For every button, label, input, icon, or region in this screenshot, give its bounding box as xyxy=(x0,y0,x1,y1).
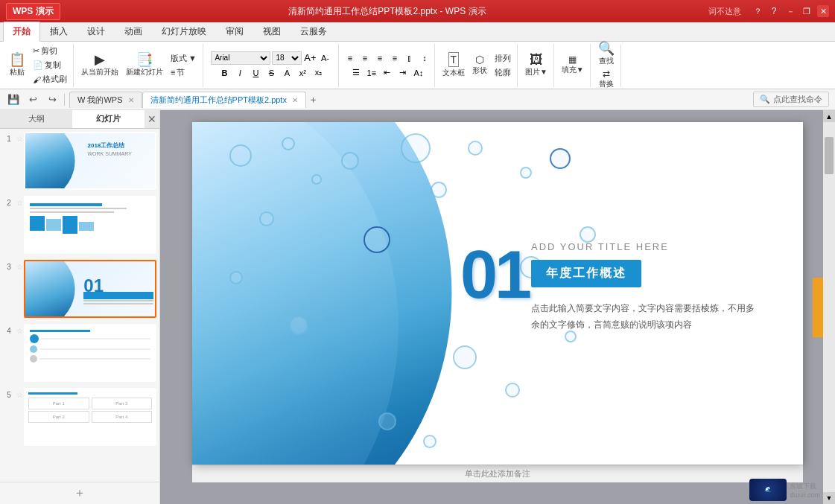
layout-button[interactable]: 版式 ▼ xyxy=(168,52,200,65)
slide-thumb-3[interactable]: 01 xyxy=(24,260,156,318)
tab-close-icon[interactable]: ✕ xyxy=(128,96,134,104)
paste-button[interactable]: 📋 粘贴 xyxy=(6,51,28,79)
scroll-up-button[interactable]: ▲ xyxy=(823,110,835,122)
restore-button[interactable]: ❐ xyxy=(801,5,813,17)
slide-description[interactable]: 点击此输入简要文字内容，文字内容需要括棱炼，不用多余的文字修饰，言简意赅的说明该… xyxy=(531,301,762,333)
align-row2: ☰ 1≡ ⇤ ⇥ A↕ xyxy=(349,66,425,80)
font-size-select[interactable]: 18 24 36 xyxy=(272,51,302,65)
replace-label: 替换 xyxy=(599,79,614,89)
indent-increase-button[interactable]: ⇥ xyxy=(396,66,410,80)
superscript-button[interactable]: x² xyxy=(296,66,309,80)
slide-thumb-2[interactable] xyxy=(24,196,156,254)
save-button[interactable]: 💾 xyxy=(6,92,21,107)
slide-star-2: ☆ xyxy=(15,196,24,207)
align-center-button[interactable]: ≡ xyxy=(358,51,372,65)
subscript-button[interactable]: x₂ xyxy=(311,66,325,80)
tab-start[interactable]: 开始 xyxy=(3,22,40,42)
paste-icon: 📋 xyxy=(9,53,25,66)
start-slideshow-button[interactable]: ▶ 从当前开始 xyxy=(78,51,121,79)
tab-design[interactable]: 设计 xyxy=(77,22,115,41)
replace-icon: ⇄ xyxy=(603,69,610,78)
slide-footer[interactable]: 单击此处添加备注 xyxy=(192,465,803,482)
outline-button[interactable]: 轮廓 xyxy=(492,66,514,79)
find-command-button[interactable]: 🔍 点此查找命令 xyxy=(753,92,829,107)
slide-item-2[interactable]: 2 ☆ xyxy=(3,196,156,254)
numbering-button[interactable]: 1≡ xyxy=(365,66,378,80)
slide-item-4[interactable]: 4 ☆ xyxy=(3,324,156,382)
tab-review[interactable]: 审阅 xyxy=(216,22,253,41)
italic-button[interactable]: I xyxy=(233,66,247,80)
picture-button[interactable]: 🖼 图片▼ xyxy=(522,51,550,79)
tab-animation[interactable]: 动画 xyxy=(115,22,152,41)
tab-close-doc-icon[interactable]: ✕ xyxy=(292,96,298,104)
bold-button[interactable]: B xyxy=(218,66,231,80)
slide-title-small[interactable]: ADD YOUR TITLE HERE xyxy=(531,241,669,252)
from-start-label: 从当前开始 xyxy=(81,67,118,77)
tab-view[interactable]: 视图 xyxy=(253,22,290,41)
bubble-15 xyxy=(505,383,520,398)
underline-button[interactable]: U xyxy=(249,66,262,80)
align-justify-button[interactable]: ≡ xyxy=(388,51,401,65)
panel-tab-slides[interactable]: 幻灯片 xyxy=(72,110,145,128)
tab-insert[interactable]: 插入 xyxy=(40,22,77,41)
slide-num-3: 3 xyxy=(3,260,15,271)
tab-slideshow[interactable]: 幻灯片放映 xyxy=(152,22,216,41)
text-direction-button[interactable]: A↕ xyxy=(412,66,425,80)
indent-decrease-button[interactable]: ⇤ xyxy=(381,66,394,80)
add-tab-button[interactable]: ＋ xyxy=(306,92,321,107)
slide-thumb-4[interactable] xyxy=(24,324,156,382)
align-right-button[interactable]: ≡ xyxy=(373,51,387,65)
textbox-button[interactable]: T 文本框 xyxy=(439,51,468,80)
shape-button[interactable]: ⬡ 形状 xyxy=(469,53,490,77)
minimize2-button[interactable]: － xyxy=(784,5,796,17)
help-button[interactable]: ? xyxy=(768,5,780,17)
slide-canvas[interactable]: 01 ADD YOUR TITLE HERE 年度工作概述 点击此输入简要文字内… xyxy=(192,122,803,465)
cut-button[interactable]: ✂ 剪切 xyxy=(30,45,70,57)
slide-item-5[interactable]: 5 ☆ Part 1 Part 2 Part 3 xyxy=(3,388,156,446)
tab-wps-home[interactable]: W 我的WPS ✕ xyxy=(69,92,142,108)
fill-label: 填充▼ xyxy=(562,65,584,75)
font-color-button[interactable]: A xyxy=(280,66,293,80)
tab-cloud[interactable]: 云服务 xyxy=(290,22,337,41)
font-shrink-button[interactable]: A- xyxy=(318,51,331,65)
align-left-button[interactable]: ≡ xyxy=(343,51,357,65)
arrange-button[interactable]: 排列 xyxy=(492,52,514,65)
separator xyxy=(64,94,65,106)
close-button[interactable]: ✕ xyxy=(817,5,829,17)
panel-close-button[interactable]: ✕ xyxy=(145,110,159,128)
thumb4-row3 xyxy=(30,355,150,363)
bubble-2 xyxy=(282,137,295,150)
thumb2-col4 xyxy=(79,222,94,231)
column-button[interactable]: ⫿ xyxy=(403,51,416,65)
font-grow-button[interactable]: A+ xyxy=(303,51,317,65)
find-button[interactable]: 🔍 查找 xyxy=(595,40,617,68)
orange-side-tab[interactable] xyxy=(813,278,823,337)
strikethrough-button[interactable]: S xyxy=(264,66,278,80)
redo-button[interactable]: ↪ xyxy=(45,92,60,107)
tab-document[interactable]: 清新简约通用工作总结PPT模板2.pptx ✕ xyxy=(142,92,306,108)
scroll-thumb[interactable] xyxy=(825,137,834,174)
panel-tab-outline[interactable]: 大纲 xyxy=(0,110,72,128)
bubble-6 xyxy=(520,167,532,179)
copy-button[interactable]: 📄 复制 xyxy=(30,59,70,71)
slide-thumb-5[interactable]: Part 1 Part 2 Part 3 Part 4 xyxy=(24,388,156,446)
new-slide-button[interactable]: 📑 新建幻灯片 xyxy=(123,51,166,79)
format-brush-button[interactable]: 🖌 格式刷 xyxy=(30,73,70,86)
slide-thumb-1[interactable]: 2018工作总结WORK SUMMARY xyxy=(24,132,156,190)
add-slide-button[interactable]: ＋ xyxy=(0,482,159,504)
slide-item-1[interactable]: 1 ☆ 2018工作总结WORK SUMMARY xyxy=(3,132,156,190)
font-family-select[interactable]: Arial 微软雅黑 xyxy=(211,51,270,65)
slide-item-3[interactable]: 3 ☆ 01 xyxy=(3,260,156,318)
minimize-button[interactable]: ？ xyxy=(752,5,763,17)
scroll-down-arrow[interactable]: ▼ xyxy=(823,492,835,504)
slide-title-bar[interactable]: 年度工作概述 xyxy=(531,260,641,287)
undo-button[interactable]: ↩ xyxy=(25,92,40,107)
section-button[interactable]: ≡ 节 xyxy=(168,66,200,79)
wps-logo: WPS 演示 xyxy=(6,3,60,20)
thumb2-col1 xyxy=(30,216,45,231)
slides-list[interactable]: 1 ☆ 2018工作总结WORK SUMMARY 2 ☆ xyxy=(0,129,159,482)
bullet-button[interactable]: ☰ xyxy=(349,66,363,80)
fill-button[interactable]: ▦ 填充▼ xyxy=(559,54,587,77)
replace-button[interactable]: ⇄ 替换 xyxy=(596,68,617,91)
line-spacing-button[interactable]: ↕ xyxy=(418,51,431,65)
